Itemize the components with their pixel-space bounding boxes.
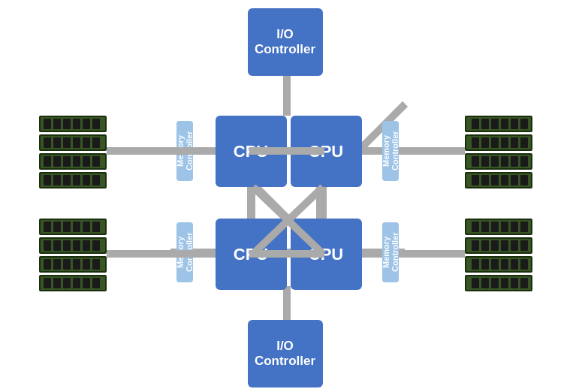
ram-stick xyxy=(39,237,107,254)
mem-ctrl-left-bottom: Memory Controller xyxy=(176,222,193,282)
ram-group-right-bottom xyxy=(465,219,532,291)
ram-stick xyxy=(465,116,532,132)
line-bottom-v xyxy=(283,286,291,320)
ram-stick xyxy=(465,134,532,151)
ram-stick xyxy=(465,153,532,170)
ram-stick xyxy=(465,256,532,273)
ram-stick xyxy=(465,219,532,235)
cpu-top-left: CPU xyxy=(216,116,287,187)
ram-stick xyxy=(39,219,107,235)
ram-group-left-bottom xyxy=(39,219,107,291)
ram-stick xyxy=(465,237,532,254)
mem-ctrl-right-bottom: Memory Controller xyxy=(382,222,399,282)
architecture-diagram: I/O Controller I/O Controller CPU CPU CP… xyxy=(17,5,557,387)
ram-stick xyxy=(39,275,107,291)
io-controller-top: I/O Controller xyxy=(248,8,323,76)
cpu-top-right: CPU xyxy=(291,116,362,187)
cpu-bottom-right: CPU xyxy=(291,219,362,290)
cpu-bottom-left: CPU xyxy=(216,219,287,290)
ram-stick xyxy=(39,256,107,273)
mem-ctrl-left-top: Memory Controller xyxy=(176,121,193,181)
io-controller-bottom: I/O Controller xyxy=(248,320,323,387)
ram-stick xyxy=(465,172,532,188)
ram-stick xyxy=(39,134,107,151)
ram-stick xyxy=(465,275,532,291)
ram-stick xyxy=(39,172,107,188)
ram-group-left-top xyxy=(39,116,107,188)
mem-ctrl-right-top: Memory Controller xyxy=(382,121,399,181)
ram-stick xyxy=(39,153,107,170)
line-top-v xyxy=(283,72,291,102)
ram-group-right-top xyxy=(465,116,532,188)
ram-stick xyxy=(39,116,107,132)
